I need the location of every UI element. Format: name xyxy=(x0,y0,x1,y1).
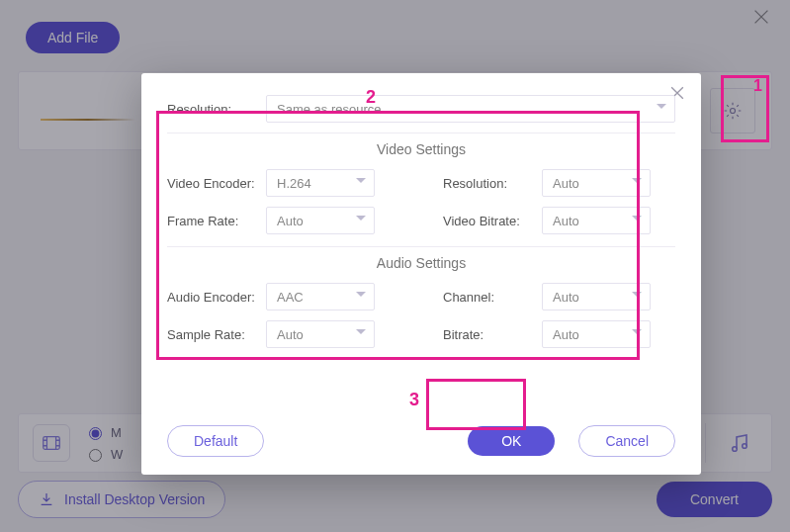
video-bitrate-label: Video Bitrate: xyxy=(443,214,542,228)
chevron-down-icon xyxy=(356,292,366,302)
chevron-down-icon xyxy=(657,104,666,114)
chevron-down-icon xyxy=(632,216,642,225)
ok-button[interactable]: OK xyxy=(468,426,555,456)
audio-encoder-label: Audio Encoder: xyxy=(167,290,266,305)
chevron-down-icon xyxy=(632,329,642,339)
callout-3-number: 3 xyxy=(409,390,419,410)
video-encoder-label: Video Encoder: xyxy=(167,176,266,191)
chevron-down-icon xyxy=(356,329,366,339)
audio-settings-title: Audio Settings xyxy=(167,255,675,271)
settings-modal: Resolution: Same as resource Video Setti… xyxy=(141,73,701,475)
resolution-top-select[interactable]: Same as resource xyxy=(266,95,675,123)
audio-encoder-select[interactable]: AAC xyxy=(266,283,375,310)
chevron-down-icon xyxy=(356,216,366,225)
cancel-button[interactable]: Cancel xyxy=(578,425,675,457)
chevron-down-icon xyxy=(632,292,642,302)
video-resolution-select[interactable]: Auto xyxy=(542,169,651,197)
video-encoder-select[interactable]: H.264 xyxy=(266,169,375,197)
video-resolution-label: Resolution: xyxy=(443,176,542,191)
audio-bitrate-select[interactable]: Auto xyxy=(542,320,651,348)
sample-rate-select[interactable]: Auto xyxy=(266,320,375,348)
default-button[interactable]: Default xyxy=(167,425,264,457)
chevron-down-icon xyxy=(356,178,366,188)
channel-label: Channel: xyxy=(443,290,542,305)
callout-2-number: 2 xyxy=(366,87,376,108)
frame-rate-select[interactable]: Auto xyxy=(266,207,375,234)
chevron-down-icon xyxy=(632,178,642,188)
sample-rate-label: Sample Rate: xyxy=(167,327,266,342)
channel-select[interactable]: Auto xyxy=(542,283,651,310)
audio-bitrate-label: Bitrate: xyxy=(443,327,542,342)
resolution-top-label: Resolution: xyxy=(167,102,266,117)
frame-rate-label: Frame Rate: xyxy=(167,214,266,228)
video-bitrate-select[interactable]: Auto xyxy=(542,207,651,234)
video-settings-title: Video Settings xyxy=(167,141,675,157)
